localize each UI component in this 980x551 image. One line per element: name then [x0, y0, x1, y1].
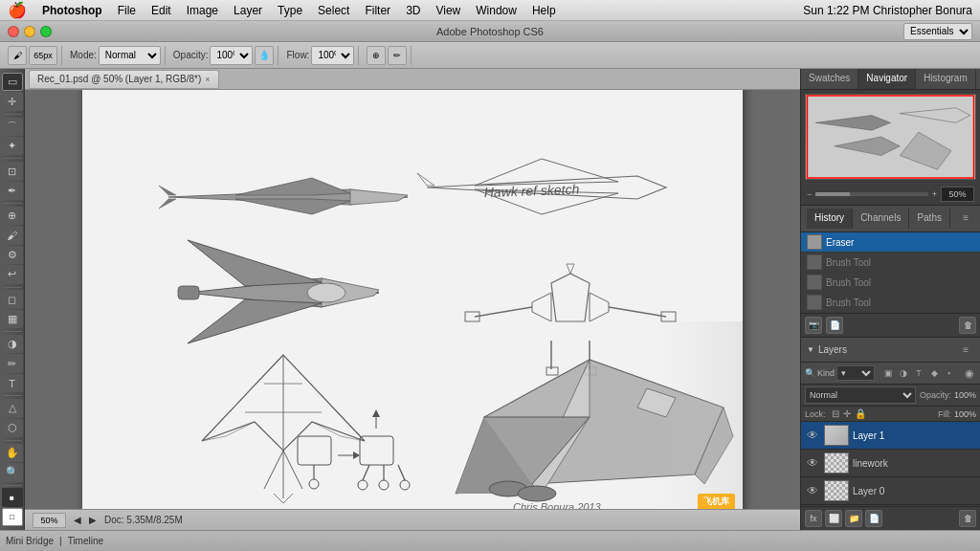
- adjust-filter-icon[interactable]: ◑: [897, 366, 910, 380]
- delete-state-btn[interactable]: 🗑: [959, 317, 976, 334]
- tab-swatches[interactable]: Swatches: [801, 69, 858, 89]
- tab-navigator[interactable]: Navigator: [858, 69, 916, 89]
- kind-select[interactable]: ▾: [836, 365, 875, 381]
- layer-item-0[interactable]: 👁 Layer 0: [801, 477, 980, 505]
- mac-menu-bar: 🍎 Photoshop File Edit Image Layer Type S…: [0, 0, 980, 21]
- tool-gradient[interactable]: ▦: [2, 310, 23, 328]
- background-color[interactable]: □: [2, 508, 23, 526]
- tool-lasso[interactable]: ⌒: [2, 118, 23, 136]
- smart-filter-icon[interactable]: ⋆: [943, 366, 956, 380]
- blend-mode-select[interactable]: Normal: [805, 386, 916, 404]
- linework-visibility[interactable]: 👁: [805, 455, 820, 471]
- zoom-out-btn[interactable]: −: [807, 189, 812, 199]
- canvas-content[interactable]: Hawk ref sketch: [25, 90, 800, 509]
- create-group-btn[interactable]: 📁: [845, 510, 862, 527]
- options-toolbar: 🖌 65px Mode: Normal Opacity: 100% 💧 Flow…: [0, 42, 980, 69]
- tool-healing[interactable]: ⊕: [2, 207, 23, 225]
- workspace-select[interactable]: Essentials: [903, 23, 972, 40]
- menu-photoshop[interactable]: Photoshop: [34, 4, 110, 17]
- delete-layer-btn[interactable]: 🗑: [959, 510, 976, 527]
- zoom-slider[interactable]: [815, 192, 927, 196]
- tool-history-brush[interactable]: ↩: [2, 265, 23, 283]
- create-layer-btn[interactable]: 📄: [865, 510, 882, 527]
- layer-item-linework[interactable]: 👁 linework: [801, 450, 980, 477]
- tool-brush[interactable]: 🖌: [2, 226, 23, 244]
- layer-0-visibility[interactable]: 👁: [805, 483, 820, 498]
- menu-layer[interactable]: Layer: [226, 4, 270, 17]
- foreground-color[interactable]: ■: [2, 488, 23, 506]
- tab-channels[interactable]: Channels: [853, 209, 909, 229]
- menu-filter[interactable]: Filter: [357, 4, 398, 17]
- new-doc-from-state-btn[interactable]: 📄: [826, 317, 843, 334]
- panel-collapse-1[interactable]: ≡: [976, 69, 980, 89]
- tool-text[interactable]: T: [2, 374, 23, 392]
- zoom-input[interactable]: [33, 513, 66, 528]
- tool-hand[interactable]: ✋: [2, 444, 23, 462]
- history-item-brush-2[interactable]: Brush Tool: [801, 273, 980, 293]
- menu-file[interactable]: File: [110, 4, 144, 17]
- menu-3d[interactable]: 3D: [398, 4, 428, 17]
- tool-eraser[interactable]: ◻: [2, 290, 23, 308]
- menu-edit[interactable]: Edit: [144, 4, 179, 17]
- extra-btn-2[interactable]: ✏: [388, 46, 407, 65]
- panel-tabs-row-1: Swatches Navigator Histogram ≡: [801, 69, 980, 90]
- doc-label: Doc:: [104, 515, 124, 525]
- create-snapshot-btn[interactable]: 📷: [805, 317, 822, 334]
- shape-filter-icon[interactable]: ◆: [927, 366, 941, 380]
- tool-crop[interactable]: ⊡: [2, 162, 23, 180]
- airbrush-btn[interactable]: 💧: [255, 46, 274, 65]
- history-item-brush-3[interactable]: Brush Tool: [801, 293, 980, 313]
- menu-window[interactable]: Window: [468, 4, 524, 17]
- extra-btn-1[interactable]: ⊕: [367, 46, 386, 65]
- menu-view[interactable]: View: [428, 4, 468, 17]
- history-collapse[interactable]: ≡: [957, 209, 974, 229]
- add-mask-btn[interactable]: ⬜: [825, 510, 842, 527]
- flow-select[interactable]: 100%: [311, 46, 354, 65]
- close-button[interactable]: [8, 26, 19, 37]
- minimize-button[interactable]: [24, 26, 35, 37]
- lock-row: Lock: ⊟ ✛ 🔒 Fill: 100%: [801, 407, 980, 422]
- tool-dodge[interactable]: ◑: [2, 335, 23, 353]
- tool-clone[interactable]: ⚙: [2, 246, 23, 264]
- tool-3d[interactable]: ⬡: [2, 419, 23, 437]
- tab-timeline[interactable]: Timeline: [68, 536, 103, 546]
- menu-type[interactable]: Type: [270, 4, 310, 17]
- tool-move[interactable]: ✛: [2, 92, 23, 110]
- tool-pen[interactable]: ✏: [2, 354, 23, 372]
- brush-size-btn[interactable]: 65px: [29, 46, 57, 65]
- tool-marquee[interactable]: ▭: [2, 73, 23, 91]
- layer-item-1[interactable]: 👁 Layer 1: [801, 422, 980, 450]
- tool-eyedropper[interactable]: ✒: [2, 182, 23, 200]
- tool-magic-wand[interactable]: ✦: [2, 137, 23, 155]
- type-filter-icon[interactable]: T: [912, 366, 925, 380]
- pixel-filter-icon[interactable]: ▣: [881, 366, 895, 380]
- maximize-button[interactable]: [40, 26, 52, 37]
- layers-filter-icons: ▣ ◑ T ◆ ⋆: [881, 366, 956, 380]
- lock-all-icon[interactable]: 🔒: [855, 408, 866, 419]
- menu-help[interactable]: Help: [524, 4, 564, 17]
- apple-menu[interactable]: 🍎: [8, 1, 27, 19]
- tool-zoom[interactable]: 🔍: [2, 463, 23, 481]
- history-item-brush-1[interactable]: Brush Tool: [801, 253, 980, 273]
- layers-collapse[interactable]: ≡: [957, 341, 974, 359]
- opacity-select[interactable]: 100%: [210, 46, 253, 65]
- menu-image[interactable]: Image: [179, 4, 226, 17]
- tab-history[interactable]: History: [807, 209, 853, 229]
- layer-1-visibility[interactable]: 👁: [805, 428, 820, 443]
- lock-position-icon[interactable]: ✛: [843, 408, 851, 419]
- document-tab[interactable]: Rec_01.psd @ 50% (Layer 1, RGB/8*) ×: [29, 70, 219, 89]
- lock-pixels-icon[interactable]: ⊟: [832, 408, 839, 419]
- mode-select[interactable]: Normal: [99, 46, 161, 65]
- history-item-eraser[interactable]: Eraser: [801, 232, 980, 253]
- brush-preset-picker[interactable]: 🖌: [8, 46, 27, 65]
- tab-paths[interactable]: Paths: [909, 209, 950, 229]
- tab-mini-bridge[interactable]: Mini Bridge: [6, 536, 54, 546]
- zoom-value-input[interactable]: [941, 187, 974, 202]
- tool-path[interactable]: △: [2, 399, 23, 417]
- add-fx-btn[interactable]: fx: [805, 510, 822, 527]
- tab-histogram[interactable]: Histogram: [916, 69, 976, 89]
- zoom-in-btn[interactable]: +: [932, 189, 937, 199]
- tab-close[interactable]: ×: [205, 75, 210, 84]
- menu-select[interactable]: Select: [310, 4, 357, 17]
- layer-filter-toggle[interactable]: ◉: [963, 366, 976, 380]
